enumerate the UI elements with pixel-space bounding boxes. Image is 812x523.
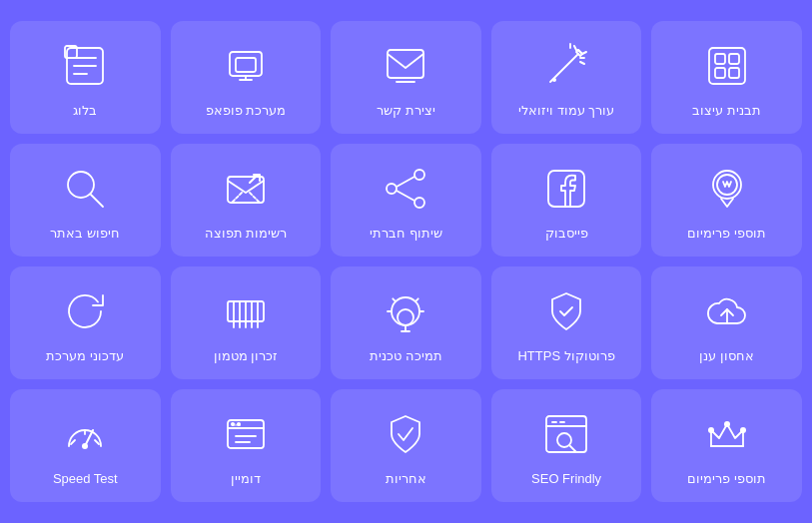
card-label-popup-system: מערכת פופאפ xyxy=(206,103,287,120)
design-icon xyxy=(700,39,754,93)
card-premium-addons2[interactable]: תוספי פרימיום xyxy=(651,389,802,502)
svg-point-26 xyxy=(414,198,424,208)
contact-icon xyxy=(379,39,432,93)
card-create-contact[interactable]: יצירת קשר xyxy=(331,21,481,134)
card-label-blog: בלוג xyxy=(73,103,97,120)
svg-line-49 xyxy=(71,440,75,444)
card-premium-addons[interactable]: תוספי פרימיום xyxy=(651,144,802,257)
card-label-domain: דומיין xyxy=(231,471,261,488)
svg-line-23 xyxy=(91,195,103,207)
card-responsibility[interactable]: אחריות xyxy=(331,389,481,502)
card-label-mailing-lists: רשימות תפוצה xyxy=(205,226,288,243)
update-icon xyxy=(58,284,112,338)
support-icon xyxy=(379,284,432,338)
svg-point-27 xyxy=(387,184,397,194)
card-label-cloud-storage: אחסון ענן xyxy=(699,348,754,365)
wand-icon xyxy=(539,39,593,93)
card-label-facebook: פייסבוק xyxy=(545,226,588,243)
shield-icon xyxy=(539,284,593,338)
blog-icon xyxy=(58,39,112,93)
svg-line-28 xyxy=(397,177,414,187)
speedometer-icon xyxy=(58,407,112,461)
card-https-protocol[interactable]: פרוטוקול HTTPS xyxy=(491,266,642,379)
svg-rect-24 xyxy=(228,177,264,203)
card-label-premium-addons: תוספי פרימיום xyxy=(687,226,766,243)
search-icon xyxy=(58,162,112,216)
svg-point-66 xyxy=(708,427,714,433)
card-label-https-protocol: פרוטוקול HTTPS xyxy=(517,348,614,365)
domain-icon: www xyxy=(219,407,273,461)
premium-icon xyxy=(700,162,754,216)
svg-point-44 xyxy=(398,309,413,325)
svg-rect-6 xyxy=(236,58,256,72)
svg-rect-17 xyxy=(709,48,745,84)
card-facebook[interactable]: פייסבוק xyxy=(491,144,642,257)
card-domain[interactable]: wwwדומיין xyxy=(171,389,322,502)
card-site-search[interactable]: חיפוש באתר xyxy=(10,144,161,257)
card-design-template[interactable]: תבנית עיצוב xyxy=(651,21,802,134)
card-label-premium-addons2: תוספי פרימיום xyxy=(687,471,766,488)
svg-point-32 xyxy=(717,175,737,195)
crown-icon xyxy=(700,407,754,461)
card-system-update[interactable]: עדכוני מערכת xyxy=(10,266,161,379)
card-visual-column-editor[interactable]: עורך עמוד ויזואלי xyxy=(491,21,642,134)
card-label-responsibility: אחריות xyxy=(386,471,426,488)
cloud-icon xyxy=(700,284,754,338)
card-label-create-contact: יצירת קשר xyxy=(377,103,435,120)
mail-icon xyxy=(219,162,273,216)
card-label-speed-test: Speed Test xyxy=(53,471,118,488)
svg-line-11 xyxy=(550,54,578,82)
svg-text:www: www xyxy=(232,421,242,427)
card-label-site-search: חיפוש באתר xyxy=(50,226,120,243)
svg-rect-9 xyxy=(388,50,423,78)
svg-rect-19 xyxy=(729,54,739,64)
card-label-seo-friendly: SEO Frindly xyxy=(531,471,601,488)
svg-point-48 xyxy=(82,443,88,449)
card-mailing-lists[interactable]: רשימות תפוצה xyxy=(171,144,322,257)
card-label-design-template: תבנית עיצוב xyxy=(692,103,761,120)
svg-line-62 xyxy=(569,445,576,452)
card-label-system-update: עדכוני מערכת xyxy=(46,348,124,365)
card-technical-support[interactable]: תמיכה טכנית xyxy=(331,266,481,379)
share-icon xyxy=(379,162,432,216)
memory-icon xyxy=(219,284,273,338)
svg-line-50 xyxy=(95,440,99,444)
svg-rect-30 xyxy=(548,171,584,207)
card-label-social-sharing: שיתוף חברתי xyxy=(370,226,442,243)
svg-rect-18 xyxy=(715,54,725,64)
card-label-technical-support: תמיכה טכנית xyxy=(370,348,442,365)
popup-icon xyxy=(219,39,273,93)
svg-rect-20 xyxy=(715,68,725,78)
svg-point-16 xyxy=(552,78,556,82)
card-seo-friendly[interactable]: SEO Frindly xyxy=(491,389,642,502)
facebook-icon xyxy=(539,162,593,216)
card-memory-storage[interactable]: זכרון מטמון xyxy=(171,266,322,379)
svg-rect-21 xyxy=(729,68,739,78)
svg-point-25 xyxy=(414,170,424,180)
card-label-visual-column-editor: עורך עמוד ויזואלי xyxy=(518,103,614,120)
svg-point-67 xyxy=(724,421,730,427)
checkshield-icon xyxy=(379,407,432,461)
card-social-sharing[interactable]: שיתוף חברתי xyxy=(331,144,481,257)
seo-icon xyxy=(539,407,593,461)
card-label-memory-storage: זכרון מטמון xyxy=(214,348,279,365)
card-cloud-storage[interactable]: אחסון ענן xyxy=(651,266,802,379)
svg-line-29 xyxy=(397,191,414,201)
features-grid: בלוגמערכת פופאפיצירת קשרעורך עמוד ויזואל… xyxy=(10,21,802,502)
card-blog[interactable]: בלוג xyxy=(10,21,161,134)
card-speed-test[interactable]: Speed Test xyxy=(10,389,161,502)
svg-point-68 xyxy=(740,427,746,433)
svg-point-22 xyxy=(68,172,94,198)
card-popup-system[interactable]: מערכת פופאפ xyxy=(171,21,322,134)
